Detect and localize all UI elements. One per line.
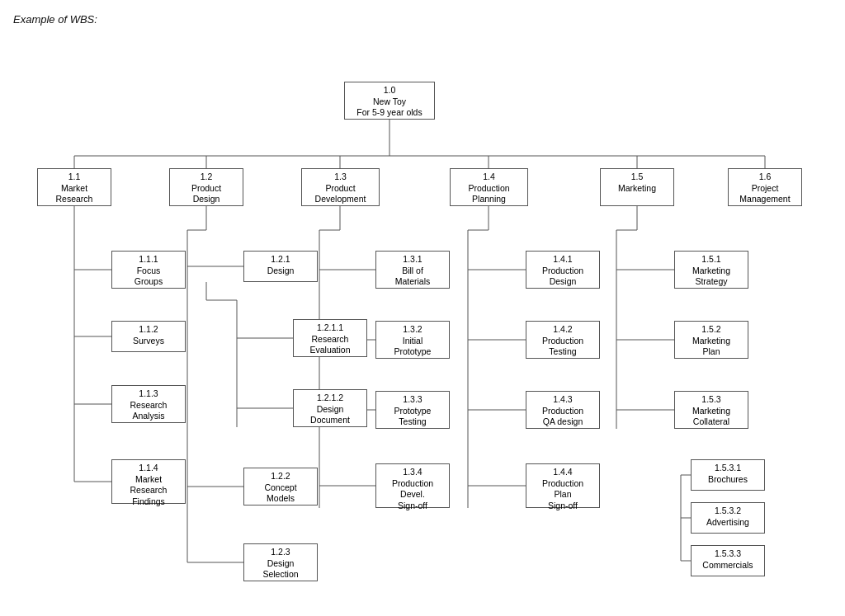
node-152: 1.5.2 Marketing Plan [674, 321, 748, 359]
node-1211: 1.2.1.1 Research Evaluation [293, 319, 367, 357]
node-15: 1.5 Marketing [600, 168, 674, 206]
node-113: 1.1.3 Research Analysis [111, 385, 186, 423]
node-111: 1.1.1 Focus Groups [111, 251, 186, 289]
node-1531: 1.5.3.1 Brochures [691, 459, 765, 491]
node-1212: 1.2.1.2 Design Document [293, 389, 367, 427]
node-121: 1.2.1 Design [243, 251, 318, 282]
node-134: 1.3.4 Production Devel. Sign-off [375, 463, 450, 508]
node-122: 1.2.2 Concept Models [243, 468, 318, 505]
wbs-diagram: 1.0 New Toy For 5-9 year olds 1.1 Market… [14, 40, 831, 616]
page-title: Example of WBS: [13, 13, 832, 26]
node-132: 1.3.2 Initial Prototype [375, 321, 450, 359]
node-142: 1.4.2 Production Testing [526, 321, 600, 359]
node-153: 1.5.3 Marketing Collateral [674, 391, 748, 429]
node-root: 1.0 New Toy For 5-9 year olds [344, 82, 435, 120]
node-1533: 1.5.3.3 Commercials [691, 545, 765, 576]
node-14: 1.4 Production Planning [450, 168, 528, 206]
node-13: 1.3 Product Development [301, 168, 380, 206]
node-143: 1.4.3 Production QA design [526, 391, 600, 429]
node-141: 1.4.1 Production Design [526, 251, 600, 289]
node-16: 1.6 Project Management [728, 168, 802, 206]
node-131: 1.3.1 Bill of Materials [375, 251, 450, 289]
node-144: 1.4.4 Production Plan Sign-off [526, 463, 600, 508]
node-11: 1.1 Market Research [37, 168, 111, 206]
node-123: 1.2.3 Design Selection [243, 543, 318, 581]
node-12: 1.2 Product Design [169, 168, 243, 206]
node-133: 1.3.3 Prototype Testing [375, 391, 450, 429]
node-112: 1.1.2 Surveys [111, 321, 186, 352]
node-1532: 1.5.3.2 Advertising [691, 502, 765, 534]
node-114: 1.1.4 Market Research Findings [111, 459, 186, 504]
node-151: 1.5.1 Marketing Strategy [674, 251, 748, 289]
